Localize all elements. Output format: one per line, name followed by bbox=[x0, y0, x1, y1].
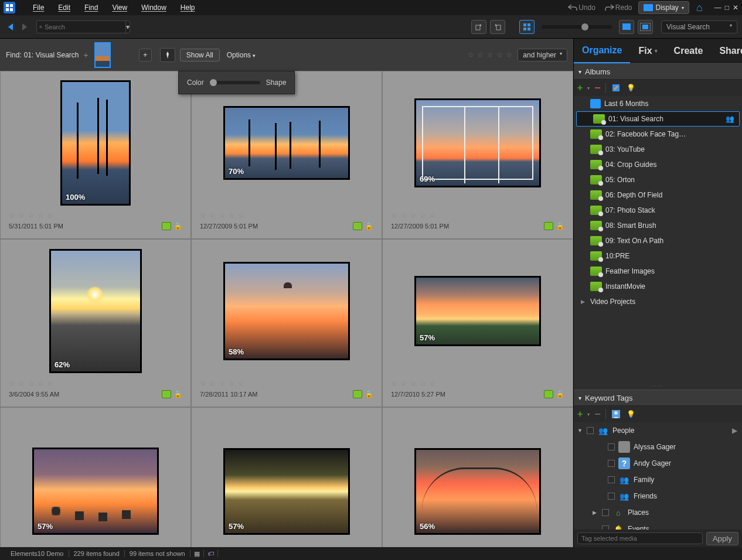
album-item[interactable]: 05: Orton bbox=[574, 172, 742, 187]
tag-tip-icon[interactable]: 💡 bbox=[626, 409, 637, 419]
tag-friends[interactable]: 👥 Friends bbox=[574, 488, 742, 504]
app-icon[interactable] bbox=[4, 2, 15, 13]
redo-button[interactable]: Redo bbox=[601, 4, 636, 12]
tags-header[interactable]: Keyword Tags bbox=[574, 390, 742, 406]
thumbnail-image[interactable]: 70% bbox=[223, 106, 350, 180]
thumbnail-image[interactable]: 57% bbox=[414, 276, 541, 346]
share-icon[interactable]: 👥 bbox=[726, 115, 734, 123]
thumbnail-image[interactable]: 58% bbox=[223, 262, 350, 360]
display-dropdown[interactable]: Display ▾ bbox=[638, 1, 689, 14]
tab-fix[interactable]: Fix▾ bbox=[630, 39, 665, 63]
tag-events[interactable]: ▶ 🔔 Events bbox=[574, 521, 742, 530]
thumbnail-cell[interactable]: 69% ☆ ☆ ☆ ☆ ☆ 12/27/2009 5:01 PM 🔒 bbox=[382, 71, 573, 239]
video-projects-item[interactable]: ▶ Video Projects bbox=[574, 294, 742, 309]
smart-album-item[interactable]: Last 6 Months bbox=[574, 96, 742, 111]
star-rating[interactable]: ☆ ☆ ☆ ☆ ☆ bbox=[9, 380, 182, 388]
album-badge-icon[interactable] bbox=[353, 222, 362, 230]
album-item[interactable]: 06: Depth Of Field bbox=[574, 187, 742, 203]
status-tag-icon[interactable]: 🏷 bbox=[204, 550, 218, 557]
album-tip-icon[interactable]: 💡 bbox=[626, 83, 637, 93]
album-item[interactable]: 09: Text On A Path bbox=[574, 233, 742, 248]
star-rating[interactable]: ☆ ☆ ☆ ☆ ☆ bbox=[200, 211, 373, 220]
menu-file[interactable]: File bbox=[26, 4, 51, 12]
thumbnail-cell[interactable]: 62% ☆ ☆ ☆ ☆ ☆ 3/6/2004 9:55 AM 🔒 bbox=[0, 239, 191, 407]
panel-divider[interactable]: ⋯⋯ bbox=[574, 382, 742, 390]
color-shape-slider[interactable] bbox=[210, 81, 260, 84]
find-reference-thumb[interactable] bbox=[94, 42, 111, 68]
star-rating[interactable]: ☆ ☆ ☆ ☆ ☆ bbox=[200, 380, 373, 388]
search-dropdown-icon[interactable]: ▾ bbox=[125, 21, 130, 33]
home-icon[interactable]: ⌂ bbox=[692, 2, 707, 14]
fullscreen-button[interactable] bbox=[638, 20, 653, 34]
tag-places[interactable]: ▶ ⌂ Places bbox=[574, 504, 742, 521]
thumbnail-cell[interactable]: 70% ☆ ☆ ☆ ☆ ☆ 12/27/2009 5:01 PM 🔒 bbox=[191, 71, 382, 239]
checkbox[interactable] bbox=[608, 493, 615, 500]
tag-person[interactable]: ? Andy Gager bbox=[574, 455, 742, 472]
nav-back-icon[interactable] bbox=[5, 21, 16, 33]
album-item[interactable]: 02: Facebook Face Tag… bbox=[574, 127, 742, 142]
checkbox[interactable] bbox=[602, 525, 609, 530]
thumbnail-cell[interactable]: 58% ☆ ☆ ☆ ☆ ☆ 7/28/2011 10:17 AM 🔒 bbox=[191, 239, 382, 407]
tag-person[interactable]: Alyssa Gager bbox=[574, 439, 742, 455]
tab-create[interactable]: Create bbox=[666, 39, 712, 63]
single-view-button[interactable] bbox=[619, 20, 634, 34]
star-rating[interactable]: ☆ ☆ ☆ ☆ ☆ bbox=[391, 380, 564, 388]
thumbnail-cell[interactable]: 57% ☆ ☆ ☆ ☆ ☆ 12/7/2010 5:27 PM 🔒 bbox=[382, 239, 573, 407]
maximize-icon[interactable]: □ bbox=[725, 4, 729, 12]
tag-family[interactable]: 👥 Family bbox=[574, 472, 742, 488]
menu-window[interactable]: Window bbox=[134, 4, 173, 12]
album-item[interactable]: Feather Images bbox=[574, 264, 742, 279]
tag-input[interactable] bbox=[577, 532, 703, 544]
album-item[interactable]: 08: Smart Brush bbox=[574, 218, 742, 233]
thumbnail-image[interactable]: 57% bbox=[223, 448, 350, 535]
rotate-right-button[interactable] bbox=[490, 20, 505, 34]
minimize-icon[interactable]: — bbox=[714, 4, 721, 12]
thumbnail-image[interactable]: 57% bbox=[32, 448, 159, 535]
tag-apply-button[interactable]: Apply bbox=[706, 532, 738, 545]
checkbox[interactable] bbox=[587, 427, 594, 434]
find-add-button[interactable]: + bbox=[139, 49, 152, 62]
checkbox[interactable] bbox=[608, 460, 615, 467]
pin-button[interactable] bbox=[160, 48, 175, 62]
menu-find[interactable]: Find bbox=[77, 4, 105, 12]
star-rating[interactable]: ☆ ☆ ☆ ☆ ☆ bbox=[9, 211, 182, 220]
chevron-right-icon[interactable]: ▶ bbox=[732, 426, 737, 435]
thumbnail-cell[interactable]: 57% bbox=[191, 407, 382, 547]
status-icon[interactable]: ▦ bbox=[190, 550, 204, 558]
album-badge-icon[interactable] bbox=[162, 390, 171, 398]
tab-organize[interactable]: Organize bbox=[574, 39, 630, 63]
options-dropdown[interactable]: Options bbox=[227, 51, 256, 59]
album-remove-button[interactable]: − bbox=[594, 82, 601, 94]
rating-filter[interactable]: ☆ ☆ ☆ ☆ ☆ bbox=[468, 51, 513, 59]
nav-forward-icon[interactable] bbox=[19, 21, 30, 33]
rotate-left-button[interactable] bbox=[471, 20, 486, 34]
thumbnail-image[interactable]: 62% bbox=[49, 249, 142, 373]
tag-remove-button[interactable]: − bbox=[594, 408, 601, 421]
thumbnail-cell[interactable]: 57% bbox=[0, 407, 191, 547]
close-icon[interactable]: ✕ bbox=[733, 4, 738, 12]
thumbnail-cell[interactable]: 100% ☆ ☆ ☆ ☆ ☆ 5/31/2011 5:01 PM 🔒 bbox=[0, 71, 191, 239]
album-item[interactable]: InstantMovie bbox=[574, 279, 742, 294]
album-item[interactable]: 03: YouTube bbox=[574, 142, 742, 157]
album-add-button[interactable]: + bbox=[577, 83, 583, 93]
album-badge-icon[interactable] bbox=[544, 390, 553, 398]
menu-edit[interactable]: Edit bbox=[51, 4, 77, 12]
thumbnail-image[interactable]: 56% bbox=[414, 448, 541, 535]
menu-view[interactable]: View bbox=[105, 4, 134, 12]
album-edit-icon[interactable] bbox=[611, 83, 621, 93]
undo-button[interactable]: Undo bbox=[564, 4, 599, 12]
album-badge-icon[interactable] bbox=[353, 390, 362, 398]
albums-header[interactable]: Albums bbox=[574, 63, 742, 80]
grid-view-button[interactable] bbox=[519, 20, 535, 34]
thumbnail-image[interactable]: 100% bbox=[60, 80, 131, 206]
album-badge-icon[interactable] bbox=[162, 222, 171, 230]
star-rating[interactable]: ☆ ☆ ☆ ☆ ☆ bbox=[391, 211, 564, 220]
checkbox[interactable] bbox=[602, 509, 609, 516]
checkbox[interactable] bbox=[608, 476, 615, 483]
menu-help[interactable]: Help bbox=[173, 4, 202, 12]
album-badge-icon[interactable] bbox=[544, 222, 553, 230]
find-remove-button[interactable]: + bbox=[84, 50, 89, 60]
thumbnail-cell[interactable]: 56% bbox=[382, 407, 573, 547]
album-item[interactable]: 07: Photo Stack bbox=[574, 203, 742, 218]
thumbnail-size-slider[interactable] bbox=[542, 25, 612, 29]
